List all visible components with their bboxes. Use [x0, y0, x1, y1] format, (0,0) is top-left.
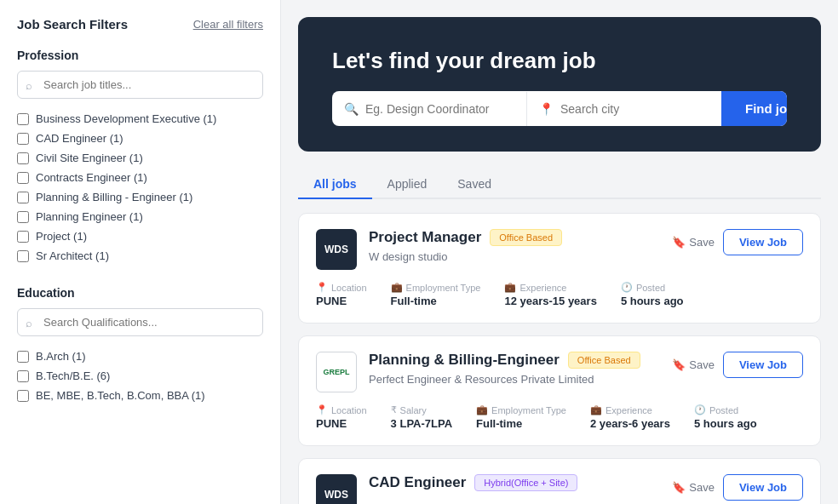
- profession-checkbox-item[interactable]: Civil Site Engineer (1): [17, 148, 263, 168]
- profession-checkbox-0[interactable]: [17, 113, 29, 125]
- profession-checkbox-item[interactable]: Project (1): [17, 226, 263, 246]
- education-checkbox-label: B.Arch (1): [36, 350, 86, 363]
- detail-label: 💼 Employment Type: [391, 282, 481, 293]
- education-section-title: Education: [17, 286, 263, 300]
- profession-checkbox-item[interactable]: CAD Engineer (1): [17, 129, 263, 148]
- job-detail-item: ₹ Salary 3 LPA-7LPA: [391, 404, 452, 430]
- job-title-row: Project Manager Office Based: [369, 229, 660, 246]
- education-checkbox-1[interactable]: [17, 370, 29, 382]
- clear-filters-button[interactable]: Clear all filters: [193, 18, 263, 31]
- job-title: Planning & Billing-Engineer: [369, 352, 560, 369]
- job-title-row: Planning & Billing-Engineer Office Based: [369, 352, 660, 369]
- profession-checkbox-item[interactable]: Planning Engineer (1): [17, 207, 263, 226]
- view-job-button[interactable]: View Job: [723, 474, 803, 501]
- profession-search-input[interactable]: [17, 71, 263, 99]
- job-card-top: GREPL Planning & Billing-Engineer Office…: [316, 352, 803, 392]
- sidebar-title: Job Search Filters: [17, 17, 128, 32]
- view-job-button[interactable]: View Job: [723, 352, 803, 378]
- main-content: Let's find your dream job 🔍 📍 Find job A…: [281, 0, 838, 504]
- save-button[interactable]: 🔖 Save: [672, 481, 715, 494]
- job-info: CAD Engineer Hybrid(Office + Site): [369, 474, 660, 495]
- profession-checkbox-1[interactable]: [17, 133, 29, 145]
- tab-all-jobs[interactable]: All jobs: [298, 170, 372, 199]
- profession-checkbox-label: Planning Engineer (1): [36, 210, 143, 223]
- job-title: CAD Engineer: [369, 474, 466, 491]
- profession-checkbox-label: Contracts Engineer (1): [36, 171, 147, 184]
- profession-checkbox-7[interactable]: [17, 250, 29, 262]
- education-search-icon: ⌕: [26, 316, 32, 329]
- detail-label: 🕐 Posted: [621, 282, 684, 293]
- education-checkbox-item[interactable]: BE, MBE, B.Tech, B.Com, BBA (1): [17, 386, 263, 405]
- detail-label: 💼 Experience: [504, 282, 596, 293]
- tab-applied[interactable]: Applied: [372, 170, 443, 199]
- profession-checkbox-item[interactable]: Sr Architect (1): [17, 246, 263, 266]
- detail-label: 🕐 Posted: [694, 404, 757, 415]
- profession-checkbox-label: Business Development Executive (1): [36, 112, 216, 125]
- location-icon: 📍: [539, 102, 554, 116]
- profession-checkbox-2[interactable]: [17, 152, 29, 164]
- education-checkbox-0[interactable]: [17, 351, 29, 363]
- education-checkbox-label: BE, MBE, B.Tech, B.Com, BBA (1): [36, 389, 205, 402]
- hero-search-bar: 🔍 📍 Find job: [332, 91, 787, 126]
- job-detail-item: 🕐 Posted 5 hours ago: [694, 404, 757, 430]
- tab-saved[interactable]: Saved: [442, 170, 507, 199]
- profession-checkbox-6[interactable]: [17, 231, 29, 243]
- view-job-button[interactable]: View Job: [723, 229, 803, 255]
- job-detail-item: 💼 Experience 2 years-6 years: [590, 404, 670, 430]
- profession-checkbox-label: Planning & Billing - Engineer (1): [36, 191, 192, 203]
- profession-checkbox-item[interactable]: Planning & Billing - Engineer (1): [17, 187, 263, 207]
- hero-title: Let's find your dream job: [332, 48, 787, 74]
- company-logo: GREPL: [316, 352, 357, 392]
- profession-search-wrap: ⌕: [17, 71, 263, 99]
- education-checkbox-item[interactable]: B.Arch (1): [17, 346, 263, 366]
- detail-value: 5 hours ago: [621, 295, 684, 307]
- education-checkbox-2[interactable]: [17, 390, 29, 402]
- profession-checkbox-4[interactable]: [17, 192, 29, 203]
- save-button[interactable]: 🔖 Save: [672, 358, 715, 371]
- education-search-input[interactable]: [17, 308, 263, 336]
- city-input[interactable]: [560, 92, 709, 126]
- find-job-button[interactable]: Find job: [721, 91, 787, 126]
- job-card: WDS Project Manager Office Based W desig…: [298, 213, 821, 324]
- job-card: GREPL Planning & Billing-Engineer Office…: [298, 335, 821, 446]
- rupee-icon: ₹: [391, 404, 397, 415]
- detail-label: 📍 Location: [316, 282, 367, 293]
- job-search-icon: 🔍: [344, 102, 359, 116]
- job-list: WDS Project Manager Office Based W desig…: [298, 213, 821, 504]
- city-search-field: 📍: [527, 92, 721, 126]
- job-badge: Office Based: [490, 229, 562, 246]
- profession-checkbox-item[interactable]: Business Development Executive (1): [17, 109, 263, 129]
- detail-value: 3 LPA-7LPA: [391, 417, 452, 430]
- job-details: 📍 Location PUNE ₹ Salary 3 LPA-7LPA 💼 Em…: [316, 404, 803, 430]
- save-button[interactable]: 🔖 Save: [672, 236, 715, 249]
- briefcase-icon: 💼: [476, 404, 488, 415]
- profession-section-title: Profession: [17, 49, 263, 62]
- detail-value: 2 years-6 years: [590, 417, 670, 430]
- job-title-input[interactable]: [365, 92, 514, 126]
- job-info: Planning & Billing-Engineer Office Based…: [369, 352, 660, 386]
- job-details: 📍 Location PUNE 💼 Employment Type Full-t…: [316, 282, 803, 307]
- education-filter-section: Education ⌕ B.Arch (1)B.Tech/B.E. (6)BE,…: [17, 286, 263, 405]
- job-badge: Office Based: [568, 352, 640, 369]
- profession-checkbox-item[interactable]: Contracts Engineer (1): [17, 168, 263, 187]
- company-logo: WDS: [316, 229, 357, 270]
- detail-label: ₹ Salary: [391, 404, 452, 415]
- briefcase-icon: 💼: [391, 282, 403, 293]
- briefcase-icon: 💼: [504, 282, 516, 293]
- detail-label: 💼 Employment Type: [476, 404, 566, 415]
- education-search-wrap: ⌕: [17, 308, 263, 336]
- detail-value: PUNE: [316, 417, 367, 430]
- profession-checkbox-5[interactable]: [17, 211, 29, 223]
- profession-checkbox-label: Civil Site Engineer (1): [36, 152, 143, 164]
- education-checkboxes: B.Arch (1)B.Tech/B.E. (6)BE, MBE, B.Tech…: [17, 346, 263, 405]
- job-actions: 🔖 Save View Job: [672, 352, 803, 378]
- clock-icon: 🕐: [621, 282, 633, 293]
- briefcase-icon: 💼: [590, 404, 602, 415]
- profession-checkbox-label: Sr Architect (1): [36, 249, 109, 262]
- location-icon: 📍: [316, 282, 328, 293]
- education-checkbox-item[interactable]: B.Tech/B.E. (6): [17, 366, 263, 386]
- profession-checkbox-label: Project (1): [36, 230, 87, 243]
- clock-icon: 🕐: [694, 404, 706, 415]
- profession-checkbox-3[interactable]: [17, 172, 29, 184]
- education-checkbox-label: B.Tech/B.E. (6): [36, 369, 110, 382]
